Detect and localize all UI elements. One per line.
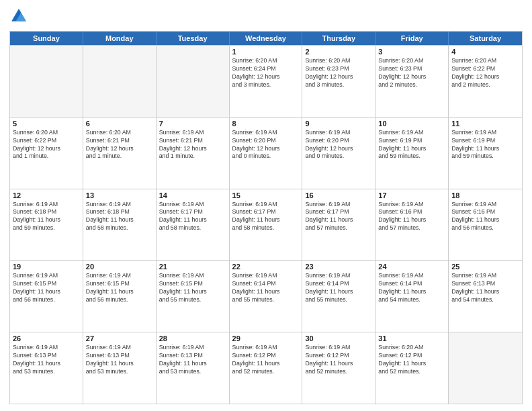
cell-info: Sunrise: 6:19 AMSunset: 6:18 PMDaylight:…: [13, 201, 80, 233]
day-header-sunday: Sunday: [10, 32, 83, 45]
day-number: 18: [451, 191, 519, 199]
day-cell-5: 5Sunrise: 6:20 AMSunset: 6:22 PMDaylight…: [10, 118, 83, 189]
day-number: 7: [159, 120, 226, 128]
day-number: 8: [232, 120, 300, 128]
cell-info: Sunrise: 6:20 AMSunset: 6:12 PMDaylight:…: [378, 344, 445, 376]
day-number: 28: [159, 334, 226, 342]
cell-info: Sunrise: 6:19 AMSunset: 6:13 PMDaylight:…: [451, 272, 519, 304]
empty-cell: [449, 332, 522, 404]
cell-info: Sunrise: 6:19 AMSunset: 6:14 PMDaylight:…: [232, 272, 300, 304]
day-cell-7: 7Sunrise: 6:19 AMSunset: 6:21 PMDaylight…: [157, 118, 230, 189]
week-row-5: 26Sunrise: 6:19 AMSunset: 6:13 PMDayligh…: [10, 332, 522, 404]
cell-info: Sunrise: 6:19 AMSunset: 6:13 PMDaylight:…: [159, 344, 226, 376]
cell-info: Sunrise: 6:20 AMSunset: 6:23 PMDaylight:…: [305, 57, 372, 89]
day-cell-12: 12Sunrise: 6:19 AMSunset: 6:18 PMDayligh…: [10, 189, 83, 261]
day-cell-19: 19Sunrise: 6:19 AMSunset: 6:15 PMDayligh…: [10, 261, 83, 332]
day-number: 15: [232, 191, 300, 199]
day-cell-2: 2Sunrise: 6:20 AMSunset: 6:23 PMDaylight…: [302, 46, 375, 117]
cell-info: Sunrise: 6:19 AMSunset: 6:18 PMDaylight:…: [86, 201, 153, 233]
day-number: 24: [378, 263, 445, 271]
day-header-tuesday: Tuesday: [157, 32, 230, 45]
day-cell-28: 28Sunrise: 6:19 AMSunset: 6:13 PMDayligh…: [157, 332, 230, 404]
day-number: 23: [305, 263, 372, 271]
day-cell-24: 24Sunrise: 6:19 AMSunset: 6:14 PMDayligh…: [375, 261, 449, 332]
calendar-header: SundayMondayTuesdayWednesdayThursdayFrid…: [10, 32, 522, 45]
day-cell-6: 6Sunrise: 6:20 AMSunset: 6:21 PMDaylight…: [83, 118, 157, 189]
day-cell-10: 10Sunrise: 6:19 AMSunset: 6:19 PMDayligh…: [375, 118, 449, 189]
cell-info: Sunrise: 6:20 AMSunset: 6:24 PMDaylight:…: [232, 57, 300, 89]
day-header-saturday: Saturday: [449, 32, 522, 45]
day-cell-1: 1Sunrise: 6:20 AMSunset: 6:24 PMDaylight…: [230, 46, 303, 117]
day-cell-29: 29Sunrise: 6:19 AMSunset: 6:12 PMDayligh…: [230, 332, 303, 404]
day-number: 14: [159, 191, 226, 199]
cell-info: Sunrise: 6:19 AMSunset: 6:13 PMDaylight:…: [13, 344, 80, 376]
day-cell-17: 17Sunrise: 6:19 AMSunset: 6:16 PMDayligh…: [375, 189, 449, 261]
cell-info: Sunrise: 6:20 AMSunset: 6:22 PMDaylight:…: [451, 57, 519, 89]
day-cell-23: 23Sunrise: 6:19 AMSunset: 6:14 PMDayligh…: [302, 261, 375, 332]
week-row-1: 1Sunrise: 6:20 AMSunset: 6:24 PMDaylight…: [10, 45, 522, 117]
week-row-2: 5Sunrise: 6:20 AMSunset: 6:22 PMDaylight…: [10, 117, 522, 189]
day-number: 3: [378, 48, 445, 56]
day-cell-8: 8Sunrise: 6:19 AMSunset: 6:20 PMDaylight…: [230, 118, 303, 189]
cell-info: Sunrise: 6:19 AMSunset: 6:15 PMDaylight:…: [86, 272, 153, 304]
cell-info: Sunrise: 6:20 AMSunset: 6:22 PMDaylight:…: [13, 129, 80, 161]
day-number: 13: [86, 191, 153, 199]
day-cell-31: 31Sunrise: 6:20 AMSunset: 6:12 PMDayligh…: [375, 332, 449, 404]
day-cell-11: 11Sunrise: 6:19 AMSunset: 6:19 PMDayligh…: [449, 118, 522, 189]
week-row-4: 19Sunrise: 6:19 AMSunset: 6:15 PMDayligh…: [10, 260, 522, 332]
day-cell-15: 15Sunrise: 6:19 AMSunset: 6:17 PMDayligh…: [230, 189, 303, 261]
day-cell-27: 27Sunrise: 6:19 AMSunset: 6:13 PMDayligh…: [83, 332, 157, 404]
cell-info: Sunrise: 6:20 AMSunset: 6:21 PMDaylight:…: [86, 129, 153, 161]
cell-info: Sunrise: 6:19 AMSunset: 6:19 PMDaylight:…: [378, 129, 445, 161]
day-cell-25: 25Sunrise: 6:19 AMSunset: 6:13 PMDayligh…: [449, 261, 522, 332]
day-number: 29: [232, 334, 300, 342]
day-number: 10: [378, 120, 445, 128]
day-header-friday: Friday: [375, 32, 449, 45]
day-number: 16: [305, 191, 372, 199]
day-cell-26: 26Sunrise: 6:19 AMSunset: 6:13 PMDayligh…: [10, 332, 83, 404]
day-number: 5: [13, 120, 80, 128]
day-header-thursday: Thursday: [302, 32, 375, 45]
day-number: 20: [86, 263, 153, 271]
day-number: 2: [305, 48, 372, 56]
day-number: 19: [13, 263, 80, 271]
cell-info: Sunrise: 6:20 AMSunset: 6:23 PMDaylight:…: [378, 57, 445, 89]
cell-info: Sunrise: 6:19 AMSunset: 6:14 PMDaylight:…: [305, 272, 372, 304]
day-number: 25: [451, 263, 519, 271]
cell-info: Sunrise: 6:19 AMSunset: 6:16 PMDaylight:…: [451, 201, 519, 233]
day-number: 17: [378, 191, 445, 199]
day-number: 6: [86, 120, 153, 128]
cell-info: Sunrise: 6:19 AMSunset: 6:20 PMDaylight:…: [232, 129, 300, 161]
logo-icon: [9, 7, 28, 26]
day-cell-4: 4Sunrise: 6:20 AMSunset: 6:22 PMDaylight…: [449, 46, 522, 117]
day-number: 27: [86, 334, 153, 342]
cell-info: Sunrise: 6:19 AMSunset: 6:12 PMDaylight:…: [232, 344, 300, 376]
cell-info: Sunrise: 6:19 AMSunset: 6:15 PMDaylight:…: [13, 272, 80, 304]
day-number: 11: [451, 120, 519, 128]
day-cell-9: 9Sunrise: 6:19 AMSunset: 6:20 PMDaylight…: [302, 118, 375, 189]
cell-info: Sunrise: 6:19 AMSunset: 6:17 PMDaylight:…: [159, 201, 226, 233]
page: SundayMondayTuesdayWednesdayThursdayFrid…: [0, 0, 532, 411]
calendar-body: 1Sunrise: 6:20 AMSunset: 6:24 PMDaylight…: [10, 45, 522, 404]
week-row-3: 12Sunrise: 6:19 AMSunset: 6:18 PMDayligh…: [10, 189, 522, 261]
cell-info: Sunrise: 6:19 AMSunset: 6:15 PMDaylight:…: [159, 272, 226, 304]
day-number: 1: [232, 48, 300, 56]
day-number: 22: [232, 263, 300, 271]
day-cell-21: 21Sunrise: 6:19 AMSunset: 6:15 PMDayligh…: [157, 261, 230, 332]
day-number: 26: [13, 334, 80, 342]
day-number: 30: [305, 334, 372, 342]
calendar: SundayMondayTuesdayWednesdayThursdayFrid…: [9, 31, 523, 404]
cell-info: Sunrise: 6:19 AMSunset: 6:16 PMDaylight:…: [378, 201, 445, 233]
day-number: 9: [305, 120, 372, 128]
header: [9, 7, 523, 26]
day-cell-13: 13Sunrise: 6:19 AMSunset: 6:18 PMDayligh…: [83, 189, 157, 261]
day-number: 12: [13, 191, 80, 199]
cell-info: Sunrise: 6:19 AMSunset: 6:17 PMDaylight:…: [305, 201, 372, 233]
cell-info: Sunrise: 6:19 AMSunset: 6:20 PMDaylight:…: [305, 129, 372, 161]
empty-cell: [10, 46, 83, 117]
cell-info: Sunrise: 6:19 AMSunset: 6:14 PMDaylight:…: [378, 272, 445, 304]
day-number: 31: [378, 334, 445, 342]
cell-info: Sunrise: 6:19 AMSunset: 6:19 PMDaylight:…: [451, 129, 519, 161]
empty-cell: [83, 46, 157, 117]
day-number: 4: [451, 48, 519, 56]
